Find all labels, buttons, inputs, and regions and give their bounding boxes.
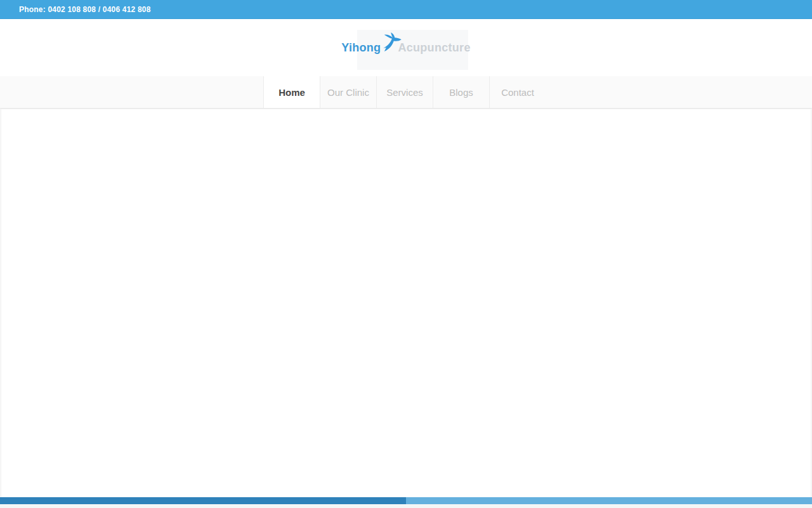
site-logo[interactable]: Yihong Acupuncture: [341, 41, 470, 55]
nav-item-services[interactable]: Services: [376, 76, 433, 108]
nav-item-label: Our Clinic: [327, 87, 369, 98]
nav-item-label: Services: [386, 87, 423, 98]
logo-text-secondary: Acupuncture: [398, 41, 470, 55]
nav-item-our-clinic[interactable]: Our Clinic: [320, 76, 376, 108]
nav-item-blogs[interactable]: Blogs: [433, 76, 489, 108]
loading-bar-progress: [0, 497, 406, 504]
topbar: Phone: 0402 108 808 / 0406 412 808: [0, 0, 812, 19]
main-nav: Home Our Clinic Services Blogs Contact: [0, 76, 812, 109]
nav-list: Home Our Clinic Services Blogs Contact: [263, 76, 546, 108]
bottom-strip: [0, 504, 812, 508]
phone-number-link[interactable]: Phone: 0402 108 808 / 0406 412 808: [19, 5, 151, 14]
page: Phone: 0402 108 808 / 0406 412 808 Yihon…: [0, 0, 812, 508]
logo-text-primary: Yihong: [341, 41, 381, 55]
nav-item-label: Contact: [501, 87, 534, 98]
page-loading-bar: [0, 497, 812, 504]
nav-item-label: Home: [278, 87, 305, 98]
hummingbird-icon: [379, 32, 402, 53]
nav-item-label: Blogs: [449, 87, 473, 98]
site-header: Yihong Acupuncture: [0, 19, 812, 76]
main-content: [1, 109, 811, 497]
nav-item-home[interactable]: Home: [263, 76, 320, 108]
nav-item-contact[interactable]: Contact: [489, 76, 546, 108]
